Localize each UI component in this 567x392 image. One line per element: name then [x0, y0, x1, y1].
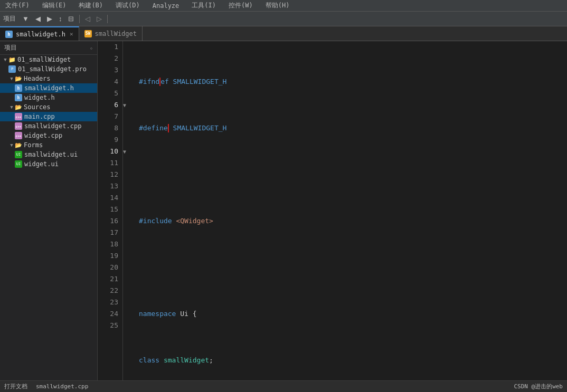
tree-label-sources: Sources	[24, 103, 51, 111]
tab-label-h: smallwidget.h	[16, 31, 65, 38]
file-icon-smallwidget-ui: UI	[15, 151, 22, 158]
folder-icon-forms: 📂	[15, 141, 22, 149]
tree-label-smallwidget-h: smallwidget.h	[24, 84, 74, 92]
tree-label-pro: 01_smallWidget.pro	[18, 65, 87, 73]
tab-bar: h smallwidget.h ✕ SW smallWidget	[0, 26, 567, 41]
token-6-2: Ui	[180, 308, 192, 320]
bottom-file: smallwidget.cpp	[36, 383, 88, 390]
token-1-2: ef SMALLWIDGET_H	[160, 76, 226, 88]
code-area: 1 2 3 4 5 6 7 8 9 10 11 12 13 14 15 16 1…	[98, 41, 567, 380]
fold-empty-25	[123, 320, 133, 331]
token-2-1: #define	[139, 122, 168, 134]
tree-item-sources[interactable]: ▼ 📂 Sources	[0, 102, 97, 112]
tree-item-headers[interactable]: ▼ 📂 Headers	[0, 74, 97, 83]
fold-empty-23	[123, 297, 133, 308]
sidebar-filter-icon[interactable]: ⬦	[90, 45, 93, 51]
main-layout: 项目 ⬦ ▼ 📁 01_smallWidget P 01_smallWidget…	[0, 41, 567, 380]
ln-13: 13	[102, 180, 118, 192]
menu-help[interactable]: 帮助(H)	[262, 0, 293, 11]
file-icon-smallwidget-cpp: c++	[15, 122, 22, 130]
ln-10: 10	[102, 146, 118, 157]
fold-empty-8	[123, 122, 133, 134]
code-line-1: #ifndef SMALLWIDGET_H	[139, 76, 561, 88]
sep2	[107, 15, 108, 23]
filter-btn[interactable]: ▼	[20, 14, 31, 23]
token-4-2: <QWidget>	[176, 215, 213, 227]
arrow-left[interactable]: ◁	[83, 14, 92, 23]
tree-item-forms[interactable]: ▼ 📂 Forms	[0, 140, 97, 150]
menu-build[interactable]: 构建(B)	[75, 0, 106, 11]
fold-empty-3	[123, 64, 133, 76]
ln-20: 20	[102, 262, 118, 273]
ln-6: 6	[102, 99, 118, 111]
tree-item-project-root[interactable]: ▼ 📁 01_smallWidget	[0, 55, 97, 64]
tree-label-headers: Headers	[24, 75, 51, 82]
ln-3: 3	[102, 64, 118, 76]
code-content: #ifndef SMALLWIDGET_H #define SMALLWIDGE…	[133, 41, 567, 380]
fold-empty-21	[123, 273, 133, 285]
code-line-5	[139, 262, 561, 273]
ln-19: 19	[102, 250, 118, 262]
tree-label-widget-cpp: widget.cpp	[24, 132, 62, 139]
fold-6[interactable]: ▼	[123, 99, 133, 111]
fold-arrow-6[interactable]: ▼	[123, 102, 126, 108]
menu-controls[interactable]: 控件(W)	[225, 0, 256, 11]
tree-item-smallwidget-h[interactable]: h smallwidget.h	[0, 83, 97, 93]
tree-item-smallwidget-cpp[interactable]: c++ smallwidget.cpp	[0, 121, 97, 131]
tab-close-h[interactable]: ✕	[70, 31, 73, 37]
ln-2: 2	[102, 53, 118, 64]
menu-tools[interactable]: 工具(I)	[188, 0, 219, 11]
menu-edit[interactable]: 编辑(E)	[39, 0, 70, 11]
ln-7: 7	[102, 111, 118, 122]
sidebar-header: 项目 ⬦	[0, 41, 97, 55]
tree-label-widget-h: widget.h	[24, 94, 55, 101]
tab-smallwidget[interactable]: SW smallWidget	[79, 26, 143, 41]
token-7-1: class	[139, 355, 164, 366]
fold-10[interactable]: ▼	[123, 146, 133, 157]
ln-12: 12	[102, 169, 118, 180]
folder-icon-headers: 📂	[15, 75, 22, 82]
code-line-4: #include <QWidget>	[139, 215, 561, 227]
menu-analyze[interactable]: Analyze	[149, 1, 183, 11]
tab-smallwidget-h[interactable]: h smallwidget.h ✕	[0, 26, 79, 41]
tree-item-widget-h[interactable]: h widget.h	[0, 93, 97, 102]
ln-16: 16	[102, 215, 118, 227]
fold-empty-7	[123, 111, 133, 122]
file-icon-widget-ui: UI	[15, 160, 22, 168]
nav-back[interactable]: ◀	[33, 14, 43, 23]
ln-21: 21	[102, 273, 118, 285]
token-2-2: SMALLWIDGET_H	[169, 122, 227, 134]
sync-btn[interactable]: ↕	[56, 14, 64, 23]
fold-empty-22	[123, 285, 133, 297]
file-icon-widget-cpp: c++	[15, 132, 22, 139]
tree-item-widget-cpp[interactable]: c++ widget.cpp	[0, 131, 97, 140]
editor[interactable]: 1 2 3 4 5 6 7 8 9 10 11 12 13 14 15 16 1…	[98, 41, 567, 380]
ln-17: 17	[102, 227, 118, 238]
ln-14: 14	[102, 192, 118, 204]
tree-item-smallwidget-ui[interactable]: UI smallwidget.ui	[0, 150, 97, 159]
code-line-6: namespace Ui {	[139, 308, 561, 320]
sidebar-title: 项目	[4, 43, 17, 52]
token-6-3: {	[193, 308, 197, 320]
fold-empty-5	[123, 88, 133, 99]
tree-item-main-cpp[interactable]: c++ main.cpp	[0, 112, 97, 121]
fold-empty-13	[123, 180, 133, 192]
arrow-right[interactable]: ▷	[94, 14, 104, 23]
fold-arrow-10[interactable]: ▼	[123, 149, 126, 155]
toolbar: 项目 ▼ ◀ ▶ ↕ ⊟ ◁ ▷	[0, 12, 567, 26]
tab-icon-h: h	[5, 31, 13, 38]
ln-15: 15	[102, 204, 118, 215]
menu-file[interactable]: 文件(F)	[2, 0, 33, 11]
tree-item-pro[interactable]: P 01_smallWidget.pro	[0, 64, 97, 74]
token-7-3: ;	[209, 355, 213, 366]
file-icon-widget-h: h	[15, 94, 22, 101]
fold-empty-9	[123, 134, 133, 146]
tree-item-widget-ui[interactable]: UI widget.ui	[0, 159, 97, 169]
collapse-btn[interactable]: ⊟	[66, 14, 76, 23]
code-line-2: #define SMALLWIDGET_H	[139, 122, 561, 134]
folder-icon-sources: 📂	[15, 103, 22, 111]
menu-debug[interactable]: 调试(D)	[112, 0, 143, 11]
nav-forward[interactable]: ▶	[45, 14, 54, 23]
arrow-root: ▼	[2, 56, 8, 63]
tab-icon-sw: SW	[84, 30, 92, 37]
